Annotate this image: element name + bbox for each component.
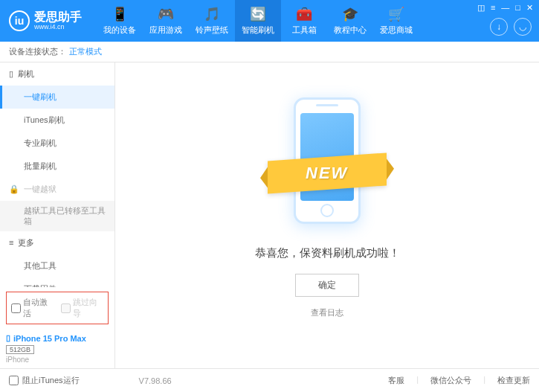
ok-button[interactable]: 确定 <box>295 274 359 297</box>
device-info: ▯iPhone 15 Pro Max 512GB iPhone <box>0 329 114 368</box>
activation-options: 自动激活 跳过向导 <box>6 292 109 324</box>
store-icon: 🛒 <box>388 6 404 22</box>
checkbox-block-itunes[interactable]: 阻止iTunes运行 <box>9 375 80 386</box>
sidebar-item-oneclick-flash[interactable]: 一键刷机 <box>0 86 114 109</box>
flash-icon: 🔄 <box>250 6 266 22</box>
win-minimize-icon[interactable]: — <box>501 3 509 13</box>
music-icon: 🎵 <box>204 6 220 22</box>
device-name[interactable]: ▯iPhone 15 Pro Max <box>6 333 109 343</box>
win-close-icon[interactable]: ✕ <box>526 3 533 13</box>
version-label: V7.98.66 <box>139 376 172 385</box>
tab-tutorials[interactable]: 🎓教程中心 <box>327 0 373 42</box>
apps-icon: 🎮 <box>158 6 174 22</box>
logo-icon: iu <box>9 10 30 31</box>
lock-icon: 🔒 <box>9 184 19 194</box>
status-label: 设备连接状态： <box>9 46 66 57</box>
sidebar-item-batch-flash[interactable]: 批量刷机 <box>0 155 114 178</box>
window-controls: ◫ ≡ — □ ✕ <box>477 3 533 13</box>
tutorial-icon: 🎓 <box>342 6 358 22</box>
view-log-link[interactable]: 查看日志 <box>311 307 343 318</box>
status-mode: 正常模式 <box>69 46 102 57</box>
sidebar-item-itunes-flash[interactable]: iTunes刷机 <box>0 109 114 132</box>
sidebar-jailbreak-note: 越狱工具已转移至工具箱 <box>0 201 114 231</box>
win-menu-icon[interactable]: ≡ <box>491 3 495 13</box>
status-bar: 设备连接状态： 正常模式 <box>0 42 539 62</box>
app-logo: iu 爱思助手 www.i4.cn <box>0 10 91 31</box>
sidebar-item-other-tools[interactable]: 其他工具 <box>0 254 114 277</box>
sidebar-group-flash[interactable]: ▯刷机 <box>0 62 114 86</box>
device-type: iPhone <box>6 356 109 364</box>
sidebar-item-pro-flash[interactable]: 专业刷机 <box>0 132 114 155</box>
device-storage: 512GB <box>6 345 34 354</box>
app-header: iu 爱思助手 www.i4.cn 📱我的设备 🎮应用游戏 🎵铃声壁纸 🔄智能刷… <box>0 0 539 42</box>
app-title: 爱思助手 <box>34 10 82 24</box>
footer-link-support[interactable]: 客服 <box>388 375 404 386</box>
device-icon: 📱 <box>112 6 128 22</box>
success-illustration: NEW <box>279 97 375 231</box>
checkbox-skip-guide[interactable]: 跳过向导 <box>61 297 103 319</box>
sidebar-group-jailbreak: 🔒一键越狱 <box>0 178 114 201</box>
tab-store[interactable]: 🛒爱思商城 <box>373 0 419 42</box>
toolbox-icon: 🧰 <box>296 6 312 22</box>
nav-tabs: 📱我的设备 🎮应用游戏 🎵铃声壁纸 🔄智能刷机 🧰工具箱 🎓教程中心 🛒爱思商城 <box>97 0 419 42</box>
sidebar-group-more[interactable]: ≡更多 <box>0 231 114 254</box>
app-url: www.i4.cn <box>34 24 82 31</box>
download-icon[interactable]: ↓ <box>490 18 508 36</box>
checkbox-auto-activate[interactable]: 自动激活 <box>11 297 54 319</box>
new-ribbon: NEW <box>268 152 387 193</box>
main-content: NEW 恭喜您，保资料刷机成功啦！ 确定 查看日志 <box>115 62 539 368</box>
footer-link-update[interactable]: 检查更新 <box>497 375 530 386</box>
phone-small-icon: ▯ <box>6 333 10 343</box>
sidebar: ▯刷机 一键刷机 iTunes刷机 专业刷机 批量刷机 🔒一键越狱 越狱工具已转… <box>0 62 115 368</box>
tab-apps-games[interactable]: 🎮应用游戏 <box>143 0 189 42</box>
user-icon[interactable]: ◡ <box>514 18 532 36</box>
win-maximize-icon[interactable]: □ <box>515 3 520 13</box>
sidebar-item-download-firmware[interactable]: 下载固件 <box>0 277 114 287</box>
phone-icon: ▯ <box>9 69 13 79</box>
tab-ringtones[interactable]: 🎵铃声壁纸 <box>189 0 235 42</box>
footer-link-wechat[interactable]: 微信公众号 <box>430 375 471 386</box>
list-icon: ≡ <box>9 238 13 247</box>
win-layout-icon[interactable]: ◫ <box>477 3 485 13</box>
tab-flash[interactable]: 🔄智能刷机 <box>235 0 281 42</box>
tab-toolbox[interactable]: 🧰工具箱 <box>281 0 327 42</box>
tab-my-device[interactable]: 📱我的设备 <box>97 0 143 42</box>
footer: 阻止iTunes运行 V7.98.66 客服| 微信公众号| 检查更新 <box>0 368 539 392</box>
success-message: 恭喜您，保资料刷机成功啦！ <box>255 246 400 260</box>
